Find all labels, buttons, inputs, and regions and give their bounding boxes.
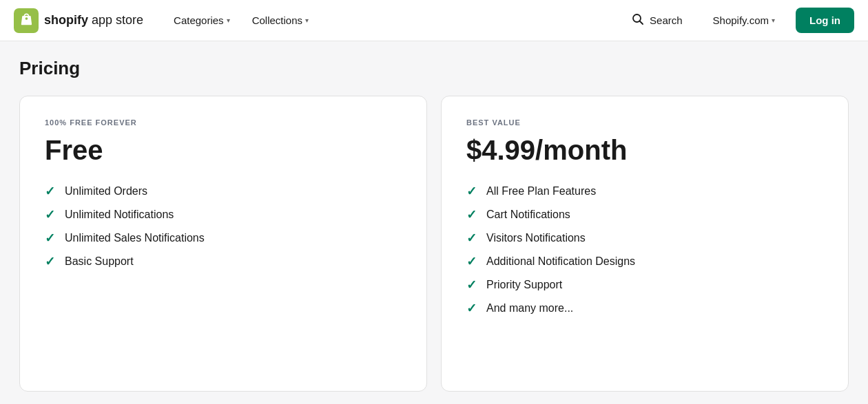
nav-categories[interactable]: Categories ▾ bbox=[164, 9, 240, 32]
shopify-com-button[interactable]: Shopify.com ▾ bbox=[703, 9, 785, 32]
page-title: Pricing bbox=[19, 58, 849, 79]
check-icon: ✓ bbox=[466, 279, 477, 291]
main-nav: Categories ▾ Collections ▾ bbox=[164, 9, 601, 32]
logo-text: shopify app store bbox=[44, 13, 143, 28]
list-item: ✓ And many more... bbox=[466, 302, 823, 315]
search-label: Search bbox=[650, 14, 683, 26]
list-item: ✓ Basic Support bbox=[45, 255, 402, 268]
nav-categories-label: Categories bbox=[174, 14, 224, 26]
list-item: ✓ Unlimited Notifications bbox=[45, 209, 402, 221]
pricing-grid: 100% FREE FOREVER Free ✓ Unlimited Order… bbox=[19, 96, 849, 392]
nav-collections-label: Collections bbox=[252, 14, 302, 26]
nav-collections[interactable]: Collections ▾ bbox=[242, 9, 318, 32]
paid-plan-badge: BEST VALUE bbox=[466, 118, 823, 127]
feature-label: Unlimited Orders bbox=[65, 185, 147, 198]
shopify-com-chevron-icon: ▾ bbox=[772, 17, 775, 24]
collections-chevron-icon: ▾ bbox=[305, 17, 309, 24]
list-item: ✓ Cart Notifications bbox=[466, 209, 823, 221]
feature-label: Visitors Notifications bbox=[486, 232, 586, 244]
feature-label: Unlimited Notifications bbox=[65, 209, 174, 221]
paid-plan-price: $4.99/month bbox=[466, 135, 823, 166]
check-icon: ✓ bbox=[466, 185, 477, 198]
list-item: ✓ All Free Plan Features bbox=[466, 185, 823, 198]
search-button[interactable]: Search bbox=[622, 8, 692, 33]
search-icon bbox=[632, 13, 644, 28]
list-item: ✓ Visitors Notifications bbox=[466, 232, 823, 244]
free-plan-badge: 100% FREE FOREVER bbox=[45, 118, 402, 127]
check-icon: ✓ bbox=[466, 209, 477, 221]
list-item: ✓ Priority Support bbox=[466, 279, 823, 291]
categories-chevron-icon: ▾ bbox=[227, 17, 230, 24]
paid-plan-features: ✓ All Free Plan Features ✓ Cart Notifica… bbox=[466, 185, 823, 315]
feature-label: Unlimited Sales Notifications bbox=[65, 232, 205, 244]
feature-label: Additional Notification Designs bbox=[486, 255, 635, 268]
list-item: ✓ Unlimited Sales Notifications bbox=[45, 232, 402, 244]
free-plan-price: Free bbox=[45, 135, 402, 166]
feature-label: And many more... bbox=[486, 302, 573, 315]
svg-line-2 bbox=[640, 21, 643, 25]
list-item: ✓ Unlimited Orders bbox=[45, 185, 402, 198]
check-icon: ✓ bbox=[45, 232, 55, 244]
feature-label: Priority Support bbox=[486, 279, 562, 291]
logo[interactable]: shopify app store bbox=[14, 8, 143, 33]
free-plan-card: 100% FREE FOREVER Free ✓ Unlimited Order… bbox=[19, 96, 427, 392]
feature-label: All Free Plan Features bbox=[486, 185, 596, 198]
check-icon: ✓ bbox=[466, 232, 477, 244]
check-icon: ✓ bbox=[45, 209, 55, 221]
list-item: ✓ Additional Notification Designs bbox=[466, 255, 823, 268]
header-right: Search Shopify.com ▾ Log in bbox=[622, 8, 854, 33]
check-icon: ✓ bbox=[466, 255, 477, 268]
feature-label: Cart Notifications bbox=[486, 209, 570, 221]
free-plan-features: ✓ Unlimited Orders ✓ Unlimited Notificat… bbox=[45, 185, 402, 268]
paid-plan-card: BEST VALUE $4.99/month ✓ All Free Plan F… bbox=[441, 96, 849, 392]
main-content: Pricing 100% FREE FOREVER Free ✓ Unlimit… bbox=[0, 41, 868, 404]
check-icon: ✓ bbox=[45, 255, 55, 268]
login-label: Log in bbox=[809, 14, 840, 26]
check-icon: ✓ bbox=[45, 185, 55, 198]
login-button[interactable]: Log in bbox=[796, 8, 854, 33]
feature-label: Basic Support bbox=[65, 255, 134, 268]
shopify-bag-icon bbox=[14, 8, 39, 33]
shopify-com-label: Shopify.com bbox=[713, 14, 769, 26]
check-icon: ✓ bbox=[466, 302, 477, 315]
